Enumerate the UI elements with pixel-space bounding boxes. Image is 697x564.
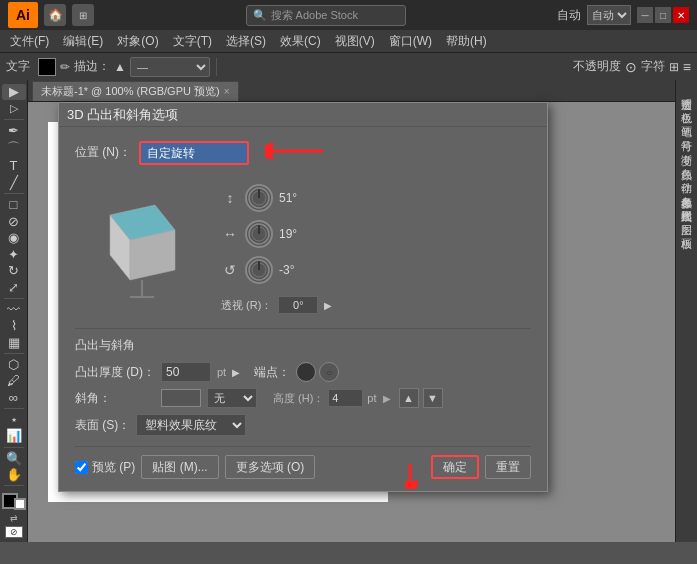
cap-button-empty[interactable]: ○: [319, 362, 339, 382]
height-input[interactable]: [328, 389, 363, 407]
paste-button[interactable]: 贴图 (M)...: [141, 455, 218, 479]
height-label: 高度 (H)：: [273, 391, 324, 406]
tool-graph[interactable]: ▦: [2, 334, 26, 350]
tool-perspective[interactable]: ⬡: [2, 357, 26, 373]
panel-actions[interactable]: 动作: [677, 168, 696, 180]
tab-close-button[interactable]: ×: [224, 86, 230, 97]
stroke-icon: ✏: [60, 60, 70, 74]
cube-preview: [75, 180, 205, 310]
position-select[interactable]: 自定旋转 等角-上方 等角-左方: [139, 141, 249, 165]
maximize-button[interactable]: □: [655, 7, 671, 23]
menu-select[interactable]: 选择(S): [220, 31, 272, 52]
panel-brushes[interactable]: 画笔: [677, 112, 696, 124]
tool-line[interactable]: ╱: [2, 175, 26, 191]
stroke-color-box[interactable]: [38, 58, 56, 76]
tool-direct-select[interactable]: ▷: [2, 101, 26, 117]
opacity-label: 不透明度: [573, 58, 621, 75]
menu-window[interactable]: 窗口(W): [383, 31, 438, 52]
menu-effect[interactable]: 效果(C): [274, 31, 327, 52]
tool-paint[interactable]: ⊘: [2, 213, 26, 229]
tool-symbol[interactable]: ⋆: [2, 412, 26, 428]
panel-color-guide[interactable]: 颜色参考: [677, 182, 696, 194]
preview-controls-row: ↕ 51° ↔: [75, 180, 531, 314]
menu-view[interactable]: 视图(V): [329, 31, 381, 52]
stroke-up-icon[interactable]: ▲: [114, 60, 126, 74]
perspective-row: 透视 (R)： ▶: [221, 296, 332, 314]
canvas-area: 未标题-1* @ 100% (RGB/GPU 预览) × 3D 凸出和斜角选项 …: [28, 80, 675, 542]
more-options-button[interactable]: 更多选项 (O): [225, 455, 316, 479]
tool-blob[interactable]: ◉: [2, 230, 26, 246]
perspective-input[interactable]: [278, 296, 318, 314]
height-row: 高度 (H)： pt ▶ ▲ ▼: [273, 388, 443, 408]
reset-button[interactable]: 重置: [485, 455, 531, 479]
tool-eraser[interactable]: ✦: [2, 246, 26, 262]
height-arrow[interactable]: ▶: [383, 393, 391, 404]
panels-icon[interactable]: ⊞: [72, 4, 94, 26]
extrude-depth-row: 凸出厚度 (D)： pt ▶ 端点： ● ○: [75, 362, 531, 382]
cap-button-filled[interactable]: ●: [296, 362, 316, 382]
menu-edit[interactable]: 编辑(E): [57, 31, 109, 52]
position-row: 位置 (N)： 自定旋转 等角-上方 等角-左方: [75, 139, 531, 166]
home-icon[interactable]: 🏠: [44, 4, 66, 26]
extrude-depth-arrow[interactable]: ▶: [232, 367, 240, 378]
tool-scale[interactable]: ⤢: [2, 279, 26, 295]
text-tool-label: 文字: [6, 58, 30, 75]
tool-blend[interactable]: ∞: [2, 390, 26, 406]
auto-select[interactable]: 自动: [587, 5, 631, 25]
bevel-select[interactable]: 无: [207, 388, 257, 408]
cube-svg: [80, 185, 200, 305]
panel-artboards[interactable]: 画板: [677, 224, 696, 236]
extrude-unit: pt: [217, 366, 226, 378]
tool-width[interactable]: ⌇: [2, 318, 26, 334]
rot-y-value: 19°: [279, 227, 315, 241]
tool-eyedropper[interactable]: 🖊: [2, 373, 26, 389]
document-tab[interactable]: 未标题-1* @ 100% (RGB/GPU 预览) ×: [32, 81, 239, 101]
preview-checkbox-label[interactable]: 预览 (P): [75, 459, 135, 476]
tool-chart[interactable]: 📊: [2, 428, 26, 444]
menu-type[interactable]: 文字(T): [167, 31, 218, 52]
tool-pen[interactable]: ✒: [2, 123, 26, 139]
perspective-arrow[interactable]: ▶: [324, 300, 332, 311]
minimize-button[interactable]: ─: [637, 7, 653, 23]
height-btn-up[interactable]: ▲: [399, 388, 419, 408]
rot-x-row: ↕ 51°: [221, 184, 332, 212]
right-panel: 透明度 色板 画笔 符号 渐变 颜色 动作 颜色参考 图形样式 图层 画板: [675, 80, 697, 542]
tool-hand[interactable]: ✋: [2, 467, 26, 483]
background-color[interactable]: [14, 498, 26, 510]
rot-z-dial[interactable]: [245, 256, 273, 284]
tool-rotate[interactable]: ↻: [2, 263, 26, 279]
title-bar: Ai 🏠 ⊞ 🔍 搜索 Adobe Stock 自动 自动 ─ □ ✕: [0, 0, 697, 30]
stroke-label: 描边：: [74, 58, 110, 75]
bevel-row: 斜角： 无 高度 (H)： pt ▶ ▲ ▼: [75, 388, 531, 408]
menu-file[interactable]: 文件(F): [4, 31, 55, 52]
menu-help[interactable]: 帮助(H): [440, 31, 493, 52]
tool-curvature[interactable]: ⌒: [2, 139, 26, 157]
tool-warp[interactable]: 〰: [2, 301, 26, 317]
panel-layers[interactable]: 图层: [677, 210, 696, 222]
swap-colors-icon[interactable]: ⇄: [10, 513, 18, 523]
more-icon[interactable]: ≡: [683, 59, 691, 75]
stroke-select[interactable]: —: [130, 57, 210, 77]
height-btn-down[interactable]: ▼: [423, 388, 443, 408]
panel-transparency[interactable]: 透明度: [677, 84, 696, 96]
panel-color[interactable]: 颜色: [677, 154, 696, 166]
search-icon: 🔍: [253, 9, 267, 22]
rot-y-dial[interactable]: [245, 220, 273, 248]
menu-object[interactable]: 对象(O): [111, 31, 164, 52]
panel-gradient[interactable]: 渐变: [677, 140, 696, 152]
tool-text[interactable]: T: [2, 158, 26, 174]
preview-checkbox[interactable]: [75, 461, 88, 474]
extrude-depth-input[interactable]: [161, 362, 211, 382]
surface-select[interactable]: 塑料效果底纹 无底纹 漫射底纹 线框: [136, 414, 246, 436]
close-button[interactable]: ✕: [673, 7, 689, 23]
none-color[interactable]: ⊘: [5, 526, 23, 538]
rot-y-icon: ↔: [221, 226, 239, 242]
panel-swatches[interactable]: 色板: [677, 98, 696, 110]
tool-select[interactable]: ▶: [2, 84, 26, 100]
rot-x-dial[interactable]: [245, 184, 273, 212]
tool-zoom[interactable]: 🔍: [2, 450, 26, 466]
tool-shape[interactable]: □: [2, 197, 26, 213]
panel-graphic-styles[interactable]: 图形样式: [677, 196, 696, 208]
bevel-color-swatch: [161, 389, 201, 407]
panel-symbols[interactable]: 符号: [677, 126, 696, 138]
